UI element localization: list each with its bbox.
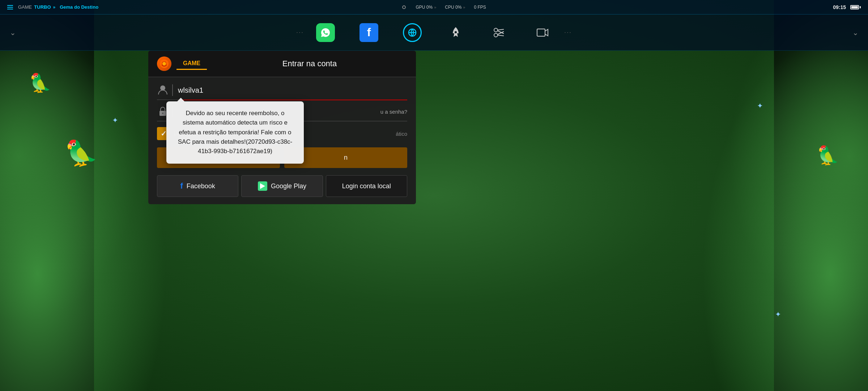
svg-point-1 <box>494 28 498 32</box>
foliage-right <box>680 0 868 391</box>
turbo-text: TURBO <box>34 4 51 10</box>
toolbar-dots-right: ··· <box>564 29 572 36</box>
modal-tabs: GAME <box>176 58 207 70</box>
username-input[interactable] <box>178 86 407 94</box>
svg-point-12 <box>162 113 163 114</box>
browser-icon <box>403 23 422 42</box>
fps-metric: 0 FPS <box>474 5 486 10</box>
toolbar-icons: ··· f <box>25 14 843 51</box>
svg-rect-7 <box>537 29 545 36</box>
browser-button[interactable] <box>391 14 434 51</box>
modal-title: Entrar na conta <box>212 59 407 68</box>
cpu-metric: CPU 0% » <box>445 5 465 10</box>
signal-dot-icon <box>402 5 406 9</box>
rocket-icon <box>446 23 465 42</box>
whatsapp-button[interactable] <box>304 14 347 51</box>
modal-header: GAME Entrar na conta <box>148 51 416 77</box>
facebook-login-button[interactable]: f Facebook <box>157 175 238 197</box>
google-play-label: Google Play <box>271 182 306 190</box>
status-bar: GAME TURBO » Gema do Destino GPU 0% » CP… <box>0 0 868 14</box>
social-buttons: f Facebook Google Play Login conta local <box>157 175 407 197</box>
facebook-logo-icon: f <box>180 181 183 191</box>
parrot-left-icon: 🦜 <box>63 135 99 170</box>
toucan-left-icon: 🦜 <box>29 72 51 93</box>
svg-point-9 <box>162 62 166 66</box>
scissors-button[interactable] <box>477 14 521 51</box>
toolbar-dots-left: ··· <box>296 29 304 36</box>
rocket-button[interactable] <box>434 14 477 51</box>
whatsapp-icon <box>316 23 335 42</box>
user-icon <box>157 84 173 96</box>
gpu-metric: GPU 0% » <box>416 5 437 10</box>
svg-point-10 <box>160 85 165 91</box>
hamburger-icon[interactable] <box>7 5 13 9</box>
status-right: 09:15 <box>833 4 861 10</box>
svg-line-3 <box>498 29 504 30</box>
facebook-icon: f <box>359 23 378 42</box>
forgot-password-link[interactable]: u a senha? <box>380 109 407 115</box>
toucan-right-icon: 🦜 <box>817 145 839 166</box>
toolbar-chevron-left[interactable]: ⌄ <box>0 14 25 51</box>
game-name: Gema do Destino <box>60 4 98 10</box>
game-turbo-label: GAME TURBO » Gema do Destino <box>7 4 98 10</box>
sparkle-2: ✦ <box>757 101 763 110</box>
chevron-right-icon: » <box>53 5 56 10</box>
battery-icon <box>850 5 861 9</box>
toolbar: ⌄ ··· f <box>0 14 868 51</box>
toolbar-chevron-right[interactable]: ⌄ <box>843 14 868 51</box>
local-login-button[interactable]: Login conta local <box>326 175 407 197</box>
error-tooltip: Devido ao seu recente reembolso, o siste… <box>166 101 304 164</box>
google-play-login-button[interactable]: Google Play <box>241 175 323 197</box>
background: 🦜 🦜 ✦ ✦ ✦ 🦜 <box>0 0 868 391</box>
tab-game[interactable]: GAME <box>176 58 207 70</box>
gpu-chevron: » <box>434 5 436 9</box>
username-row <box>157 84 407 100</box>
input-underline <box>179 100 407 100</box>
game-text: GAME <box>18 4 32 10</box>
video-icon <box>533 23 552 42</box>
sparkle-1: ✦ <box>112 116 118 125</box>
auto-login-label: ático <box>396 131 407 137</box>
checkmark-icon: ✓ <box>161 129 167 138</box>
sparkle-3: ✦ <box>775 310 781 319</box>
video-button[interactable] <box>521 14 564 51</box>
google-play-icon <box>258 181 267 191</box>
time-display: 09:15 <box>833 4 846 10</box>
game-logo <box>157 56 171 71</box>
facebook-button[interactable]: f <box>347 14 391 51</box>
svg-line-4 <box>498 35 504 36</box>
error-message: Devido ao seu recente reembolso, o siste… <box>174 109 296 156</box>
status-center: GPU 0% » CPU 0% » 0 FPS <box>402 5 486 10</box>
scissors-icon <box>490 23 509 42</box>
facebook-label: Facebook <box>187 182 215 190</box>
cpu-chevron: » <box>463 5 465 9</box>
svg-point-2 <box>494 33 498 37</box>
